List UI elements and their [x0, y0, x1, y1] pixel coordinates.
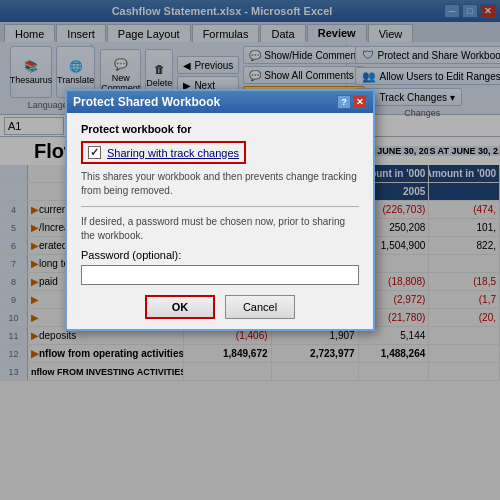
- dialog-overlay: Protect Shared Workbook ? ✕ Protect work…: [0, 0, 500, 500]
- dialog-title-bar: Protect Shared Workbook ? ✕: [67, 91, 373, 113]
- dialog-close-button[interactable]: ✕: [353, 95, 367, 109]
- password-label: Password (optional):: [81, 249, 359, 261]
- checkmark-icon: ✓: [90, 146, 99, 159]
- dialog-body: Protect workbook for ✓ Sharing with trac…: [67, 113, 373, 329]
- protect-for-label: Protect workbook for: [81, 123, 359, 135]
- dialog-note: If desired, a password must be chosen no…: [81, 215, 359, 243]
- dialog-description: This shares your workbook and then preve…: [81, 170, 359, 198]
- dialog-divider: [81, 206, 359, 207]
- password-input[interactable]: [81, 265, 359, 285]
- sharing-track-changes-row: ✓ Sharing with track changes: [81, 141, 246, 164]
- dialog-title: Protect Shared Workbook: [73, 95, 337, 109]
- ok-button[interactable]: OK: [145, 295, 215, 319]
- dialog-title-buttons: ? ✕: [337, 95, 367, 109]
- dialog-buttons: OK Cancel: [81, 295, 359, 319]
- dialog-help-button[interactable]: ?: [337, 95, 351, 109]
- sharing-checkbox[interactable]: ✓: [88, 146, 101, 159]
- protect-shared-workbook-dialog: Protect Shared Workbook ? ✕ Protect work…: [65, 89, 375, 331]
- cancel-button[interactable]: Cancel: [225, 295, 295, 319]
- sharing-label: Sharing with track changes: [107, 147, 239, 159]
